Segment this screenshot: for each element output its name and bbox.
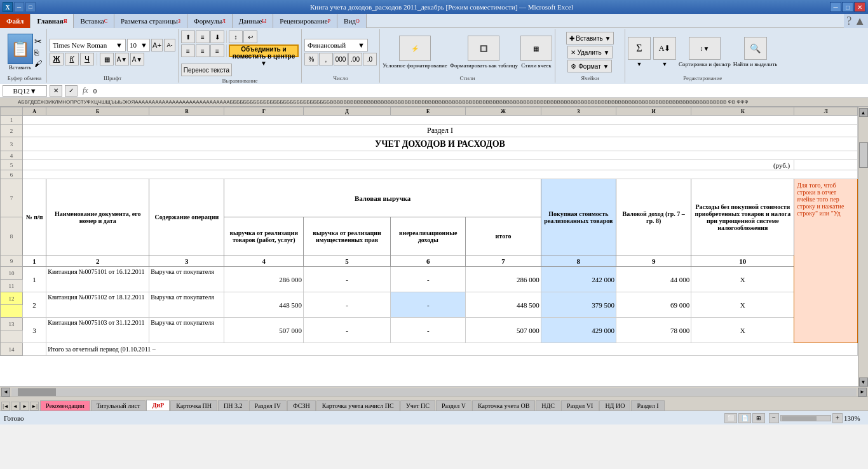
- sheet-tab-section1[interactable]: Раздел I: [631, 400, 664, 411]
- find-select-button[interactable]: 🔍 Найти и выделить: [733, 37, 778, 67]
- normal-view-button[interactable]: ⬜: [724, 413, 737, 423]
- tab-insert[interactable]: Вставка С: [74, 14, 114, 28]
- percent-button[interactable]: %: [304, 53, 318, 65]
- data-row2-nonreal[interactable]: -: [391, 292, 466, 318]
- italic-button[interactable]: К: [65, 53, 79, 65]
- copy-button[interactable]: ⎘: [34, 48, 42, 58]
- insert-cell-button[interactable]: ✚ Вставить ▼: [566, 32, 614, 44]
- h-scroll-thumb[interactable]: [18, 388, 56, 396]
- zoom-out-button[interactable]: −: [769, 413, 779, 423]
- data-row3-total[interactable]: 507 000: [466, 318, 541, 343]
- sheet-tab-nd-io[interactable]: НД ИО: [599, 400, 630, 411]
- cancel-formula-button[interactable]: ✕: [50, 85, 62, 97]
- data-row1-nonreal[interactable]: -: [391, 267, 466, 292]
- row1-content[interactable]: [22, 116, 857, 125]
- zoom-in-button[interactable]: +: [832, 413, 843, 423]
- font-decrease-button[interactable]: A-: [164, 39, 175, 51]
- sheet-tab-card-pn[interactable]: Карточка ПН: [170, 400, 217, 411]
- data-row3-rev2[interactable]: -: [304, 318, 391, 343]
- data-row2-num[interactable]: 2: [22, 292, 46, 318]
- format-as-table-button[interactable]: 🔲 Форматировать как таблицу: [450, 36, 518, 69]
- last-sheet-button[interactable]: ►|: [30, 402, 39, 411]
- minimize-button[interactable]: ─: [830, 2, 841, 12]
- data-row3-nonreal[interactable]: -: [391, 318, 466, 343]
- scroll-down-button[interactable]: ▼: [859, 377, 868, 386]
- data-row3-rev1[interactable]: 507 000: [224, 318, 304, 343]
- cell-styles-button[interactable]: ▦ Стили ячеек: [520, 36, 552, 69]
- increase-decimal-button[interactable]: .00: [348, 53, 362, 65]
- page-layout-view-button[interactable]: 📄: [738, 413, 751, 423]
- tab-home[interactable]: Главная Я: [31, 14, 74, 28]
- sheet-tab-dir[interactable]: ДиР: [146, 400, 170, 411]
- cell-reference-box[interactable]: BQ12 ▼: [3, 85, 47, 97]
- tab-view[interactable]: Вид О: [337, 14, 367, 28]
- wrap-text-button[interactable]: Перенос текста: [181, 64, 232, 76]
- fill-button[interactable]: A⬇ ▼: [653, 37, 676, 67]
- prev-sheet-button[interactable]: ◄: [11, 402, 20, 411]
- data-row1-op[interactable]: Выручка от покупателя: [149, 267, 224, 292]
- next-sheet-button[interactable]: ►: [20, 402, 29, 411]
- scroll-thumb[interactable]: [859, 142, 868, 168]
- scroll-left-button[interactable]: ◄: [1, 388, 10, 397]
- formula-value[interactable]: 0: [93, 87, 865, 95]
- number-format-dropdown[interactable]: Финансовый ▼: [304, 39, 368, 51]
- vertical-scrollbar[interactable]: ▲ ▼: [858, 107, 868, 386]
- data-row2-rev2[interactable]: -: [304, 292, 391, 318]
- page-break-view-button[interactable]: ⊞: [752, 413, 765, 423]
- data-row1-total[interactable]: 286 000: [466, 267, 541, 292]
- sheet-tab-card-ps[interactable]: Карточка учета начисл ПС: [316, 400, 400, 411]
- sheet-tab-section4[interactable]: Раздел IV: [249, 400, 287, 411]
- decrease-decimal-button[interactable]: .0: [363, 53, 377, 65]
- zoom-slider[interactable]: [780, 415, 831, 421]
- conditional-format-button[interactable]: ⚡ Условное форматирование: [383, 36, 447, 69]
- paste-button[interactable]: 📋 Вставить: [8, 34, 33, 71]
- sheet-tab-pn32[interactable]: ПН 3.2: [218, 400, 248, 411]
- sheet-tab-section6[interactable]: Раздел VI: [561, 400, 599, 411]
- border-button[interactable]: ▦: [100, 53, 114, 65]
- data-row1-doc[interactable]: Квитанция №0075101 от 16.12.2011: [46, 267, 149, 292]
- data-row1-rev1[interactable]: 286 000: [224, 267, 304, 292]
- data-row3-purchase[interactable]: 429 000: [541, 318, 616, 343]
- font-increase-button[interactable]: A+: [151, 39, 163, 51]
- font-color-button[interactable]: A▼: [130, 53, 144, 65]
- font-name-dropdown[interactable]: Times New Roman ▼: [50, 39, 126, 51]
- confirm-formula-button[interactable]: ✓: [65, 85, 78, 97]
- align-top-button[interactable]: ⬆: [181, 31, 195, 43]
- underline-button[interactable]: Ч: [80, 53, 94, 65]
- maximize-button[interactable]: □: [842, 2, 853, 12]
- restore-icon[interactable]: □: [25, 2, 36, 12]
- cut-button[interactable]: ✂: [34, 36, 42, 47]
- data-row2-gross[interactable]: 69 000: [616, 292, 691, 318]
- sheet-tab-acct-ps[interactable]: Учет ПС: [400, 400, 435, 411]
- sheet-tab-title[interactable]: Титульный лист: [91, 400, 146, 411]
- align-middle-button[interactable]: ≡: [196, 31, 210, 43]
- tab-review[interactable]: Рецензирование Р: [273, 14, 337, 28]
- data-row2-purchase[interactable]: 379 500: [541, 292, 616, 318]
- format-painter-button[interactable]: 🖌: [34, 59, 42, 69]
- minimize-icon[interactable]: ─: [14, 2, 24, 12]
- align-center-button[interactable]: ≡: [196, 44, 210, 57]
- data-row1-purchase[interactable]: 242 000: [541, 267, 616, 292]
- close-button[interactable]: ✕: [854, 2, 865, 12]
- delete-cell-button[interactable]: ✕ Удалить ▼: [567, 46, 613, 58]
- sheet-tab-card-ov[interactable]: Карточка учета ОВ: [472, 400, 535, 411]
- row6-content[interactable]: [22, 170, 857, 179]
- comma-button[interactable]: ,: [319, 53, 333, 65]
- tab-formulas[interactable]: Формулы Л: [187, 14, 233, 28]
- data-row1-gross[interactable]: 44 000: [616, 267, 691, 292]
- data-row3-num[interactable]: 3: [22, 318, 46, 343]
- bold-button[interactable]: Ж: [50, 53, 64, 65]
- data-row3-expenses[interactable]: X: [691, 318, 794, 343]
- data-row2-expenses[interactable]: X: [691, 292, 794, 318]
- first-sheet-button[interactable]: |◄: [1, 402, 10, 411]
- data-row1-num[interactable]: 1: [22, 267, 46, 292]
- sort-filter-button[interactable]: ↕▼ Сортировка и фильтр: [679, 37, 731, 67]
- data-row3-gross[interactable]: 78 000: [616, 318, 691, 343]
- scroll-up-button[interactable]: ▲: [859, 108, 868, 117]
- data-row2-doc[interactable]: Квитанция №0075102 от 18.12.2011: [46, 292, 149, 318]
- scroll-right-button[interactable]: ►: [858, 388, 867, 397]
- font-size-dropdown[interactable]: 10 ▼: [127, 39, 150, 51]
- text-direction-button[interactable]: ↕: [229, 31, 243, 43]
- align-left-button[interactable]: ≡: [181, 44, 195, 57]
- row14-a[interactable]: [22, 343, 46, 356]
